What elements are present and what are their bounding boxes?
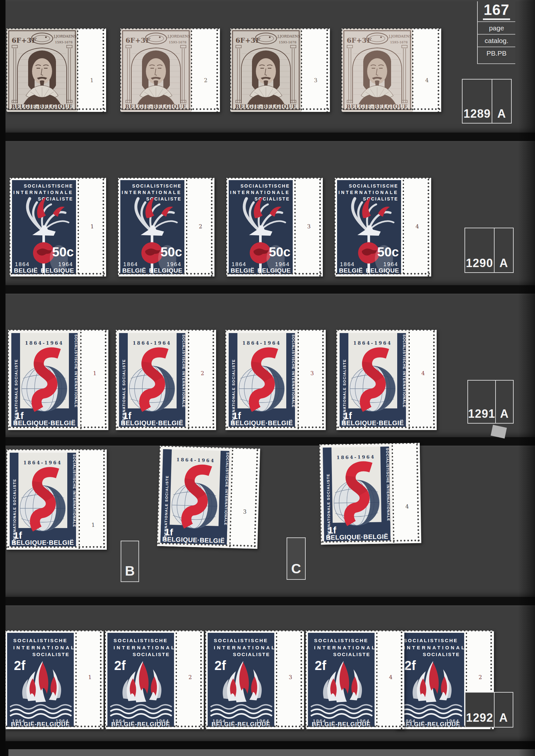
catalog-letter: A — [494, 693, 513, 727]
plate-number: 4 — [389, 674, 393, 680]
header-divider — [483, 18, 510, 20]
stamp-artwork-1f — [225, 330, 298, 430]
stamp-artwork-2f — [105, 631, 176, 729]
selvage-margin: 2 — [187, 178, 214, 277]
stamp-unit-r5-2: 2 — [105, 631, 204, 729]
stamp-artwork-2f — [5, 631, 76, 729]
stamp-unit-r4-2: 3 — [157, 446, 260, 549]
page-bottom-bar — [9, 749, 535, 756]
stamp-unit-r4-1: 1 — [7, 449, 107, 550]
catalog-label-1291: 1291 A — [467, 380, 514, 423]
plate-number: 1 — [90, 77, 94, 83]
stamp-unit-r3-1: 1 — [8, 330, 108, 430]
plate-number: 2 — [201, 370, 205, 376]
plate-number: 4 — [425, 77, 429, 83]
plate-number: 1 — [88, 674, 92, 680]
page-number: 167 — [478, 1, 515, 18]
plate-number: 3 — [314, 77, 318, 83]
stamp-unit-r5-4: 4 — [306, 631, 404, 729]
strip-shadow — [0, 133, 535, 141]
stamp-unit-r2-1: 1 — [10, 178, 106, 277]
plate-number: 4 — [415, 223, 419, 230]
catalog-number: 1291 — [468, 381, 496, 423]
catalog-label-1289: 1289 A — [462, 79, 512, 123]
plate-number: 3 — [289, 674, 293, 680]
stamp-unit-r3-4: 4 — [336, 330, 437, 430]
catalog-number: 1290 — [465, 228, 494, 272]
plate-number: 1 — [90, 223, 94, 230]
stamp-artwork-2f — [306, 631, 377, 729]
selvage-margin: 1 — [81, 330, 108, 430]
selvage-margin: 2 — [188, 330, 216, 430]
plate-number: 4 — [421, 370, 425, 376]
stamp-unit-r5-1: 1 — [5, 631, 103, 729]
selvage-margin: 3 — [295, 178, 323, 277]
selvage-margin: 4 — [392, 443, 421, 544]
stamp-artwork-2f — [205, 631, 276, 729]
plate-number: 3 — [243, 508, 246, 515]
page-header-box: 167 page catalog. PB.PB — [477, 1, 515, 64]
stamp-unit-r1-1: 1 — [7, 28, 106, 112]
catalog-letter: A — [496, 381, 513, 423]
plate-number: 1 — [91, 522, 95, 528]
selvage-margin: 4 — [409, 330, 437, 430]
stamp-artwork-50c — [10, 178, 78, 277]
selvage-margin: 4 — [403, 178, 431, 277]
catalog-label-1292: 1292 A — [465, 692, 513, 728]
plate-number: 3 — [307, 223, 311, 230]
selvage-margin: 1 — [76, 631, 103, 729]
selvage-margin: 2 — [176, 631, 204, 729]
stamp-artwork-1f — [8, 330, 81, 430]
stamp-artwork-50c — [226, 178, 295, 277]
selvage-margin: 3 — [301, 28, 330, 112]
selvage-margin: 3 — [230, 448, 260, 549]
catalog-letter: A — [492, 80, 511, 123]
stamp-unit-r1-3: 3 — [230, 28, 330, 112]
stamp-artwork-jordaens — [7, 28, 78, 112]
selvage-margin: 1 — [78, 28, 106, 112]
plate-number: 3 — [310, 370, 314, 376]
stamp-unit-r3-3: 3 — [225, 330, 326, 430]
stamp-unit-r2-4: 4 — [335, 178, 431, 277]
plate-number: 2 — [199, 223, 203, 230]
catalog-number: 1289 — [463, 80, 492, 123]
catalog-label-1290: 1290 A — [465, 228, 514, 273]
strip-shadow — [0, 437, 535, 446]
marker-c: C — [287, 537, 306, 580]
catalog-letter: A — [494, 228, 513, 272]
binder-edge — [0, 0, 6, 756]
stamp-artwork-1f — [7, 449, 79, 550]
selvage-margin: 1 — [79, 449, 107, 550]
stamp-artwork-50c — [118, 178, 187, 277]
stamp-unit-r5-3: 3 — [205, 631, 304, 729]
stamp-artwork-1f — [336, 330, 409, 430]
catalog-code: PB.PB — [478, 47, 515, 59]
strip-shadow — [0, 597, 535, 605]
stamp-unit-r2-2: 2 — [118, 178, 214, 277]
stamp-artwork-1f — [320, 443, 394, 545]
stamp-artwork-1f — [157, 446, 233, 548]
plate-number: 1 — [93, 370, 97, 376]
plate-number: 2 — [188, 674, 192, 680]
stamp-unit-r4-3: 4 — [320, 443, 421, 545]
stamp-unit-r1-2: 2 — [120, 28, 220, 112]
plate-number: 4 — [405, 503, 409, 510]
strip-shadow — [0, 285, 535, 294]
selvage-margin: 2 — [191, 28, 220, 112]
selvage-margin: 3 — [276, 631, 304, 729]
selvage-margin: 4 — [413, 28, 441, 112]
stamp-unit-r3-2: 2 — [116, 330, 216, 430]
selvage-margin: 4 — [377, 631, 404, 729]
plate-number: 2 — [478, 674, 482, 680]
stamp-artwork-50c — [335, 178, 403, 277]
selvage-margin: 1 — [78, 178, 106, 277]
stamp-artwork-1f — [116, 330, 188, 430]
stamp-unit-r1-4: 4 — [342, 28, 441, 112]
stockbook-page: 167 page catalog. PB.PB 1 2 3 4 1289 A 1… — [0, 0, 535, 756]
marker-b: B — [121, 541, 139, 582]
stamp-unit-r2-3: 3 — [226, 178, 323, 277]
plate-number: 2 — [204, 77, 208, 83]
stamp-artwork-jordaens — [342, 28, 413, 112]
page-label: page — [478, 22, 515, 34]
catalog-label: catalog. — [478, 35, 515, 46]
